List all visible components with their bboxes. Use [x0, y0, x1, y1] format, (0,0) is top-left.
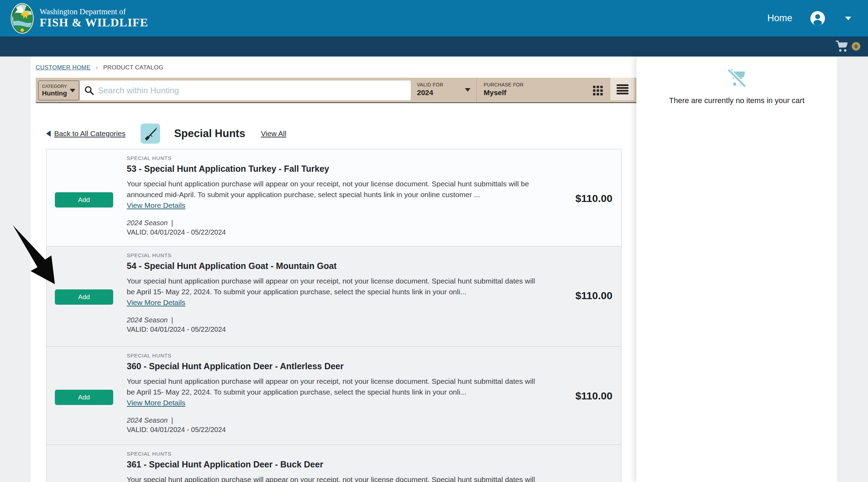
product-category-label: SPECIAL HUNTS	[127, 353, 172, 358]
description-line: Your special hunt application purchase w…	[127, 178, 529, 189]
product-title: 53 - Special Hunt Application Turkey - F…	[127, 164, 329, 174]
cart-count-badge: 0	[852, 42, 860, 51]
page-title: Special Hunts	[174, 127, 245, 140]
breadcrumb: CUSTOMER HOME › PRODUCT CATALOG	[31, 57, 636, 71]
search-input[interactable]	[80, 81, 411, 100]
list-view-button[interactable]	[610, 78, 634, 100]
description-line: Your special hunt application purchase w…	[127, 474, 535, 482]
product-description: Your special hunt application purchase w…	[127, 474, 535, 482]
product-description: Your special hunt application purchase w…	[127, 178, 529, 200]
product-season: 2024 Season|	[127, 316, 173, 324]
app-header: Washington Department of FISH & WILDLIFE…	[0, 0, 868, 36]
rifle-icon	[142, 126, 158, 142]
grid-view-button[interactable]	[589, 81, 607, 100]
valid-for-value: 2024	[417, 88, 443, 97]
valid-for-label: VALID FOR	[417, 82, 443, 88]
wdfw-logo-icon	[10, 3, 34, 34]
list-view-icon	[616, 84, 629, 94]
purchase-for-control[interactable]: PURCHASE FOR Myself	[484, 82, 524, 97]
product-valid-dates: VALID: 04/01/2024 - 05/22/2024	[127, 426, 226, 434]
product-card: SPECIAL HUNTS 54 - Special Hunt Applicat…	[46, 246, 621, 347]
breadcrumb-customer-home-link[interactable]: CUSTOMER HOME	[36, 64, 91, 71]
description-line: Your special hunt application purchase w…	[127, 276, 535, 286]
season-text: 2024 Season	[127, 219, 168, 227]
org-name-line2: FISH & WILDLIFE	[40, 16, 148, 29]
product-category-label: SPECIAL HUNTS	[127, 252, 172, 258]
view-all-link[interactable]: View All	[261, 129, 286, 138]
account-menu-caret-icon[interactable]	[845, 17, 851, 20]
product-category-label: SPECIAL HUNTS	[127, 155, 172, 161]
add-button[interactable]: Add	[55, 192, 113, 208]
product-title: 361 - Special Hunt Application Deer - Bu…	[127, 459, 323, 470]
season-separator: |	[171, 219, 173, 227]
valid-for-dropdown[interactable]: VALID FOR 2024	[417, 82, 443, 97]
page: Washington Department of FISH & WILDLIFE…	[0, 0, 868, 482]
season-separator: |	[171, 316, 173, 324]
purchase-for-label: PURCHASE FOR	[484, 82, 524, 88]
breadcrumb-separator: ›	[96, 64, 98, 71]
view-more-details-link[interactable]: View More Details	[127, 201, 185, 210]
product-title: 360 - Special Hunt Application Deer - An…	[127, 361, 344, 371]
section-header: Back to All Categories Special Hunts Vie…	[31, 124, 636, 144]
cart-panel: There are currently no items in your car…	[636, 57, 837, 482]
back-to-categories-link[interactable]: Back to All Categories	[46, 129, 125, 138]
product-list: SPECIAL HUNTS 53 - Special Hunt Applicat…	[46, 149, 621, 482]
special-hunts-category-icon-box	[141, 124, 160, 144]
back-link-label: Back to All Categories	[54, 129, 125, 138]
description-line: announced mid-April. To submit your appl…	[127, 189, 529, 200]
product-card: SPECIAL HUNTS 360 - Special Hunt Applica…	[46, 346, 621, 445]
product-season: 2024 Season|	[127, 219, 173, 227]
category-value: Hunting	[42, 89, 67, 98]
breadcrumb-current: PRODUCT CATALOG	[103, 64, 163, 71]
org-logo: Washington Department of FISH & WILDLIFE	[10, 3, 148, 34]
description-line: Your special hunt application purchase w…	[127, 376, 535, 387]
product-price: $110.00	[575, 193, 612, 204]
empty-cart-message: There are currently no items in your car…	[669, 96, 804, 105]
category-dropdown[interactable]: CATEGORY Hunting	[38, 81, 79, 100]
product-card: SPECIAL HUNTS 53 - Special Hunt Applicat…	[46, 149, 621, 246]
account-icon[interactable]	[810, 11, 825, 26]
grid-view-icon	[593, 85, 603, 96]
chevron-down-icon	[70, 89, 75, 92]
product-category-label: SPECIAL HUNTS	[127, 451, 172, 457]
product-description: Your special hunt application purchase w…	[127, 376, 535, 397]
product-price: $110.00	[575, 390, 612, 402]
home-link[interactable]: Home	[767, 13, 792, 24]
season-separator: |	[171, 416, 173, 424]
filter-bar: CATEGORY Hunting VALID FOR 2024 PURCHASE…	[36, 78, 636, 103]
chevron-down-icon	[465, 88, 470, 92]
season-text: 2024 Season	[127, 416, 168, 424]
back-arrow-icon	[46, 130, 51, 137]
empty-cart-icon	[726, 67, 748, 89]
view-more-details-link[interactable]: View More Details	[127, 399, 185, 407]
filter-divider	[476, 78, 477, 102]
org-name-line1: Washington Department of	[40, 7, 148, 16]
description-line: be April 15- May 22, 2024. To submit you…	[127, 286, 535, 297]
product-valid-dates: VALID: 04/01/2024 - 05/22/2024	[127, 325, 226, 333]
product-card: SPECIAL HUNTS 361 - Special Hunt Applica…	[46, 445, 621, 482]
category-label: CATEGORY	[42, 84, 67, 89]
add-button[interactable]: Add	[55, 390, 113, 405]
product-valid-dates: VALID: 04/01/2024 - 05/22/2024	[127, 228, 226, 236]
view-more-details-link[interactable]: View More Details	[127, 298, 185, 307]
product-title: 54 - Special Hunt Application Goat - Mou…	[127, 261, 337, 271]
cart-icon[interactable]	[835, 40, 849, 53]
main-content: CUSTOMER HOME › PRODUCT CATALOG CATEGORY…	[31, 57, 636, 482]
product-price: $110.00	[575, 290, 612, 302]
add-button[interactable]: Add	[55, 289, 113, 305]
utility-bar: 0	[0, 36, 868, 57]
product-season: 2024 Season|	[127, 416, 173, 424]
description-line: be April 15- May 22, 2024. To submit you…	[127, 387, 535, 397]
purchase-for-value: Myself	[484, 88, 524, 97]
season-text: 2024 Season	[127, 316, 168, 324]
product-description: Your special hunt application purchase w…	[127, 276, 535, 297]
